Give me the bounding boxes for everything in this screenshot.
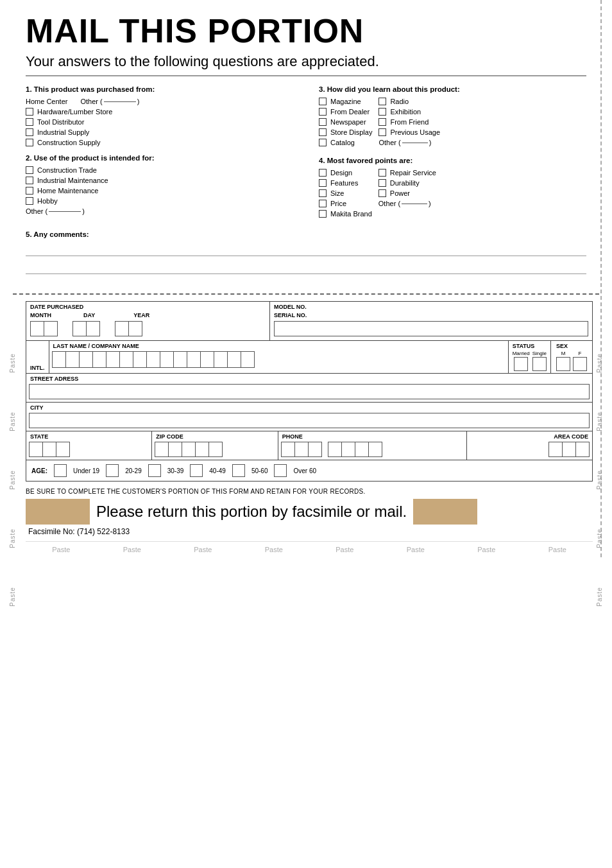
area-box-2[interactable] (562, 442, 576, 457)
zip-box-1[interactable] (155, 442, 169, 457)
dashed-separator (13, 293, 599, 295)
age-box-over60[interactable] (274, 464, 287, 477)
age-box-2029[interactable] (106, 464, 119, 477)
q2-cb-construction[interactable] (26, 166, 33, 174)
q3-storedisplay: Store Display (319, 128, 372, 136)
q4-label-price: Price (330, 200, 346, 207)
q3-cb-fromdealer[interactable] (319, 108, 327, 116)
age-box-5060[interactable] (232, 464, 245, 477)
year-box-2[interactable] (128, 321, 142, 336)
name-cell-12[interactable] (200, 351, 214, 368)
q2-cb-industrial[interactable] (26, 177, 33, 184)
zip-section: ZIP CODE (152, 431, 278, 460)
q3-cb-catalog[interactable] (319, 139, 327, 146)
single-box[interactable] (532, 357, 547, 371)
q1-label-homecenter: Home Center (26, 98, 67, 105)
zip-box-3[interactable] (182, 442, 196, 457)
street-input[interactable] (29, 384, 590, 399)
q3-cb-storedisplay[interactable] (319, 128, 327, 136)
serial-input[interactable] (274, 321, 588, 336)
area-box-1[interactable] (548, 442, 563, 457)
q1-other-input[interactable] (104, 101, 136, 102)
city-input[interactable] (29, 413, 590, 428)
name-cell-8[interactable] (146, 351, 160, 368)
name-cell-6[interactable] (119, 351, 133, 368)
comment-line-2[interactable] (26, 260, 586, 274)
age-row: AGE: Under 19 20-29 30-39 40-49 50-60 Ov… (26, 460, 593, 482)
month-box-1[interactable] (30, 321, 44, 336)
phone-box-3[interactable] (308, 442, 322, 457)
name-cell-1[interactable] (52, 351, 66, 368)
name-cell-4[interactable] (92, 351, 106, 368)
age-label: AGE: (31, 467, 47, 474)
name-cell-5[interactable] (106, 351, 120, 368)
m-option: M (556, 351, 570, 371)
q2-other-input[interactable] (49, 211, 81, 212)
q1-cb-industrial[interactable] (26, 128, 33, 136)
name-cell-11[interactable] (187, 351, 201, 368)
q1-cb-hardware[interactable] (26, 108, 33, 116)
q3-cb-magazine[interactable] (319, 98, 327, 105)
q4-other-input[interactable] (402, 204, 427, 204)
name-cell-2[interactable] (65, 351, 80, 368)
phone-box-7[interactable] (368, 442, 382, 457)
q4-cb-power[interactable] (378, 189, 386, 197)
day-box-2[interactable] (86, 321, 100, 336)
return-section: Please return this portion by facsimile … (26, 499, 593, 525)
name-cell-7[interactable] (133, 351, 147, 368)
month-box-2[interactable] (44, 321, 58, 336)
name-cell-13[interactable] (214, 351, 228, 368)
name-cell-15[interactable] (241, 351, 255, 368)
state-section: STATE (26, 431, 152, 460)
area-box-3[interactable] (575, 442, 590, 457)
q3-label-magazine: Magazine (330, 98, 361, 105)
age-box-3039[interactable] (148, 464, 161, 477)
q3-cb-exhibition[interactable] (378, 108, 386, 116)
m-box[interactable] (556, 357, 570, 371)
q4-cb-repairservice[interactable] (378, 169, 386, 177)
year-box-1[interactable] (115, 321, 129, 336)
phone-box-6[interactable] (355, 442, 369, 457)
q4-cb-size[interactable] (319, 189, 327, 197)
state-box-2[interactable] (42, 442, 56, 457)
name-cell-3[interactable] (79, 351, 93, 368)
q4-cb-makita[interactable] (319, 210, 327, 218)
married-box[interactable] (514, 357, 528, 371)
day-box-1[interactable] (72, 321, 87, 336)
q4-cb-design[interactable] (319, 169, 327, 177)
phone-box-1[interactable] (281, 442, 295, 457)
q1-cb-tool[interactable] (26, 118, 33, 126)
q3-cb-fromfriend[interactable] (378, 118, 386, 126)
q3-exhibition: Exhibition (378, 108, 440, 116)
q4-cb-durability[interactable] (378, 179, 386, 187)
state-box-1[interactable] (29, 442, 43, 457)
q4-cb-price[interactable] (319, 200, 327, 207)
q3-cb-previoususage[interactable] (378, 128, 386, 136)
name-main-section: LAST NAME / COMPANY NAME (49, 341, 508, 373)
q1-cb-construction-supply[interactable] (26, 139, 33, 146)
q3-other-input[interactable] (402, 143, 428, 143)
phone-box-5[interactable] (341, 442, 355, 457)
q4-other-close: ) (429, 200, 431, 207)
q4-cb-features[interactable] (319, 179, 327, 187)
q2-cb-home[interactable] (26, 187, 33, 195)
name-cell-14[interactable] (227, 351, 241, 368)
paste-left-2: Paste (9, 412, 16, 431)
q2-cb-hobby[interactable] (26, 197, 33, 205)
phone-box-2[interactable] (294, 442, 309, 457)
comment-line-1[interactable] (26, 242, 586, 256)
phone-box-4[interactable] (328, 442, 342, 457)
q3-cb-newspaper[interactable] (319, 118, 327, 126)
name-cell-9[interactable] (160, 351, 174, 368)
zip-box-5[interactable] (208, 442, 223, 457)
zip-box-4[interactable] (195, 442, 209, 457)
state-box-3[interactable] (56, 442, 70, 457)
q2-other-close: ) (82, 207, 85, 215)
age-box-4049[interactable] (190, 464, 203, 477)
name-cell-10[interactable] (173, 351, 187, 368)
zip-box-2[interactable] (168, 442, 182, 457)
f-box[interactable] (573, 357, 587, 371)
age-box-under19[interactable] (54, 464, 67, 477)
page-title: MAIL THIS PORTION (26, 13, 586, 49)
q3-cb-radio[interactable] (378, 98, 386, 105)
